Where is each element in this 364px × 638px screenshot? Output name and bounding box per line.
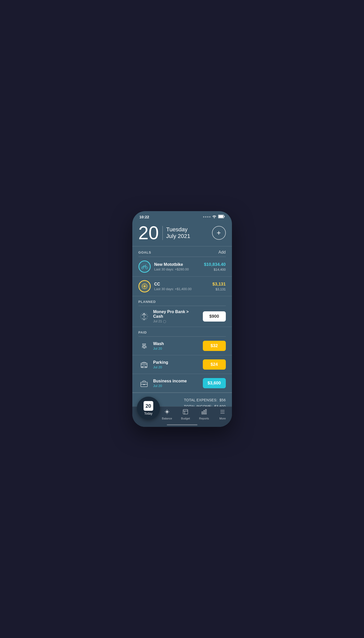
- svg-point-9: [142, 367, 143, 368]
- goal-mototbike-name: New Mototbike: [154, 262, 201, 267]
- planned-transfer-amount: $900: [203, 311, 226, 322]
- home-indicator: [167, 424, 197, 425]
- goal-mototbike-sub: Last 30 days: +$280.00: [154, 267, 201, 271]
- goals-label: GOALS: [138, 250, 151, 254]
- date-display: 20 Tuesday July 2021: [138, 224, 190, 242]
- status-bar: 10:22: [132, 211, 232, 221]
- business-income-name: Business income: [153, 379, 199, 383]
- today-label: Today: [144, 412, 152, 415]
- svg-rect-16: [205, 409, 206, 414]
- parking-name: Parking: [153, 360, 199, 365]
- svg-point-10: [145, 367, 146, 368]
- day-number: 20: [138, 224, 159, 242]
- more-icon: [219, 409, 226, 416]
- svg-point-3: [146, 267, 148, 269]
- paid-wash-item[interactable]: Wash Jul 20 $32: [132, 337, 232, 355]
- business-income-amount: $3,600: [203, 378, 226, 388]
- business-income-date: Jul 20: [153, 384, 199, 388]
- wash-amount: $32: [203, 341, 226, 351]
- today-number: 20: [145, 403, 151, 408]
- nav-reports-label: Reports: [199, 417, 209, 420]
- signal-icon: [203, 216, 210, 218]
- time-display: 10:22: [139, 215, 149, 219]
- svg-point-6: [144, 286, 145, 287]
- business-income-info: Business income Jul 20: [153, 379, 199, 388]
- wash-date: Jul 20: [153, 347, 199, 350]
- goal-mototbike-current: $10,834.40: [204, 262, 226, 267]
- wifi-icon: [212, 215, 217, 219]
- date-separator: [162, 226, 163, 240]
- parking-date: Jul 20: [153, 365, 199, 369]
- svg-rect-13: [183, 409, 188, 414]
- plus-icon: +: [217, 229, 221, 237]
- briefcase-icon: [138, 378, 150, 389]
- planned-transfer-date: Jul 21 ◯: [153, 319, 199, 323]
- nav-budget[interactable]: Budget: [176, 409, 195, 420]
- planned-label: PLANNED: [138, 300, 156, 304]
- parking-info: Parking Jul 20: [153, 360, 199, 369]
- cc-icon: [138, 280, 151, 292]
- add-entry-button[interactable]: +: [212, 226, 226, 240]
- svg-rect-8: [141, 363, 147, 368]
- nav-budget-label: Budget: [181, 417, 190, 420]
- planned-transfer-info: Money Pro Bank > Cash Jul 21 ◯: [153, 310, 199, 323]
- goal-mototbike-amounts: $10,834.40 $14,400: [204, 262, 226, 271]
- planned-section-header: PLANNED: [132, 296, 232, 306]
- goal-item-cc[interactable]: CC Last 30 days: +$1,400.00 $3,131 $3,13…: [132, 277, 232, 296]
- balance-icon: [164, 409, 170, 416]
- planned-transfer-item[interactable]: Money Pro Bank > Cash Jul 21 ◯ $900: [132, 306, 232, 327]
- goals-add-link[interactable]: Add: [218, 250, 226, 255]
- planned-transfer-name: Money Pro Bank > Cash: [153, 310, 199, 319]
- paid-business-income-item[interactable]: Business income Jul 20 $3,600: [132, 374, 232, 393]
- paid-section-header: PAID: [132, 327, 232, 336]
- nav-balance-label: Balance: [162, 417, 172, 420]
- goal-cc-sub: Last 30 days: +$1,400.00: [154, 287, 209, 291]
- svg-rect-11: [141, 382, 147, 387]
- goal-mototbike-info: New Mototbike Last 30 days: +$280.00: [154, 262, 201, 271]
- paid-parking-item[interactable]: Parking Jul 20 $24: [132, 355, 232, 374]
- battery-icon: [218, 215, 225, 219]
- svg-rect-1: [219, 215, 223, 218]
- goal-mototbike-total: $14,400: [204, 268, 226, 271]
- wash-info: Wash Jul 20: [153, 341, 199, 350]
- month-year: July 2021: [166, 233, 190, 240]
- phone-frame: 10:22 20: [132, 211, 232, 427]
- goals-section-header: GOALS Add: [132, 246, 232, 257]
- svg-rect-14: [202, 412, 203, 414]
- wash-icon: [138, 340, 150, 351]
- status-icons: [203, 215, 225, 219]
- reports-icon: [201, 409, 207, 416]
- goal-cc-name: CC: [154, 282, 209, 287]
- svg-rect-15: [204, 411, 205, 414]
- parking-amount: $24: [203, 359, 226, 370]
- goal-cc-total: $3,131: [213, 287, 226, 291]
- goal-cc-amounts: $3,131 $3,131: [213, 282, 226, 291]
- today-calendar-icon: 20: [144, 401, 153, 411]
- budget-icon: [182, 409, 189, 416]
- nav-more-label: More: [219, 417, 226, 420]
- wash-name: Wash: [153, 341, 199, 346]
- paid-label: PAID: [138, 331, 147, 334]
- goal-cc-current: $3,131: [213, 282, 226, 287]
- nav-more[interactable]: More: [213, 409, 232, 420]
- parking-icon: [138, 359, 150, 370]
- scroll-content: GOALS Add New Mototbike Last 30 days: +$…: [132, 246, 232, 421]
- date-header: 20 Tuesday July 2021 +: [132, 221, 232, 246]
- transfer-icon: [138, 311, 150, 322]
- date-text: Tuesday July 2021: [166, 226, 190, 240]
- nav-reports[interactable]: Reports: [195, 409, 214, 420]
- goal-item-mototbike[interactable]: New Mototbike Last 30 days: +$280.00 $10…: [132, 257, 232, 277]
- today-fab[interactable]: 20 Today: [137, 397, 160, 420]
- day-name: Tuesday: [166, 226, 190, 233]
- nav-balance[interactable]: Balance: [158, 409, 177, 420]
- moto-icon: [138, 260, 151, 273]
- goal-cc-info: CC Last 30 days: +$1,400.00: [154, 282, 209, 291]
